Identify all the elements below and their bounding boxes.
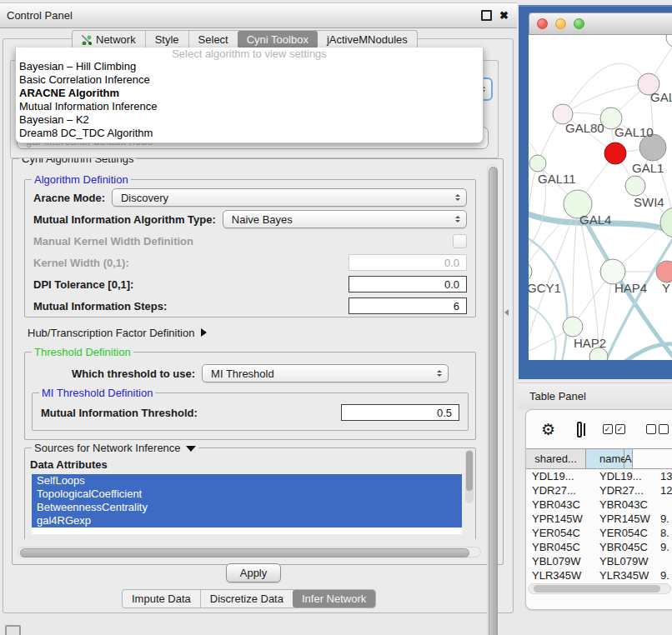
table-row[interactable]: YER054C YER054C 8. [526,526,672,540]
attribute-list-scrollbar[interactable] [465,450,474,503]
network-edge [529,233,567,360]
split-pane-collapse-icon[interactable] [504,309,509,316]
threshold-definition-group: Threshold Definition Which threshold to … [24,352,476,440]
hub-definition-expander[interactable]: Hub/Transcription Factor Definition [18,322,483,343]
tab[interactable]: Select [188,31,238,48]
attribute-list-item[interactable]: TopologicalCoefficient [32,488,462,501]
network-edge [529,135,546,253]
mi-threshold-field[interactable]: 0.5 [341,404,459,421]
deselect-all-checkboxes-icon[interactable] [646,424,669,434]
gear-icon[interactable]: ⚙ [541,422,555,438]
minimize-traffic-light-icon[interactable] [555,18,566,29]
column-header[interactable]: A [624,449,633,468]
network-canvas[interactable]: GALGAL80GAL10GAL1GAL11SWI4GAL4HAP4YGCY1H… [529,35,672,360]
which-threshold-label: Which threshold to use: [72,368,195,380]
settings-vertical-scrollbar[interactable] [487,164,498,635]
algorithm-definition-group: Algorithm Definition Aracne Mode: Discov… [24,179,476,318]
attribute-list-item[interactable]: SelfLoops [32,474,462,488]
data-attributes-label: Data Attributes [30,458,475,471]
settings-horizontal-scrollbar[interactable] [18,547,481,558]
attribute-list-item[interactable]: gal4RGexp [32,514,462,528]
network-node-label: GAL4 [579,212,611,227]
dropdown-item[interactable]: ARACNE Algorithm [16,87,483,100]
table-row[interactable]: YLR345W YLR345W 9. [526,568,672,582]
mi-steps-field[interactable]: 6 [349,298,467,314]
expand-arrow-icon [201,328,207,337]
tab[interactable]: Infer Network [293,590,375,608]
zoom-traffic-light-icon[interactable] [574,18,584,29]
network-node[interactable] [625,176,645,196]
network-node[interactable] [604,142,626,164]
collapse-arrow-icon [186,446,196,452]
network-node[interactable] [563,317,583,337]
mi-steps-label: Mutual Information Steps: [33,300,167,312]
table-horizontal-scrollbar[interactable] [528,583,671,594]
tab[interactable]: Style [145,31,188,48]
control-panel-title: Control Panel [7,9,73,22]
dpi-tolerance-field[interactable]: 0.0 [349,276,467,292]
sources-group-title[interactable]: Sources for Network Inference [32,442,198,454]
combobox-arrows-icon [455,194,466,201]
table-row[interactable]: YDR27... YDR27... 12 [526,483,672,498]
manual-kernel-checkbox[interactable] [453,234,467,248]
tab[interactable]: Cyni Toolbox [238,31,318,48]
network-node[interactable] [529,262,532,282]
tab[interactable]: jActiveMNodules [318,31,417,48]
dropdown-item[interactable]: Mutual Information Inference [16,100,483,113]
dropdown-item[interactable]: Bayesian – K2 [16,113,483,127]
tab[interactable]: Network [73,31,145,48]
cyni-bottom-tabs: Impute Data Discretize Data Infer Networ… [122,589,376,608]
mi-type-combobox[interactable]: Naive Bayes [223,210,467,228]
table-toolbar: ⚙ [526,410,672,448]
network-node[interactable] [529,155,546,172]
table-row[interactable]: YDL19... YDL19... 13 [526,469,672,483]
network-edge [529,302,556,360]
column-header[interactable]: name [586,449,624,468]
close-traffic-light-icon[interactable] [537,18,548,29]
network-node[interactable] [666,35,672,48]
network-node-label: GAL1 [632,161,664,175]
network-edge [619,344,672,360]
aracne-mode-combobox[interactable]: Discovery [112,188,467,207]
network-node-label: GAL80 [565,121,604,135]
dropdown-item[interactable]: Basic Correlation Inference [16,73,483,87]
data-attributes-list[interactable]: SelfLoops TopologicalCoefficient Between… [32,474,462,534]
column-header[interactable]: shared... [526,449,586,468]
algorithm-dropdown-list: Select algorithm to view settings Bayesi… [15,48,484,143]
minimized-panel-icon[interactable] [5,625,21,635]
network-window-titlebar[interactable] [529,12,672,35]
control-panel-titlebar: Control Panel ✖ [0,2,517,28]
combobox-arrows-icon [455,216,466,222]
table-row[interactable]: YPR145W YPR145W 9. [526,512,672,526]
split-panel-icon[interactable] [577,422,582,438]
control-panel-tabs: Network Style Select Cyni Toolbox jActiv… [72,30,418,48]
combobox-arrows-icon [437,370,448,377]
tab[interactable]: Impute Data [123,590,200,608]
apply-button[interactable]: Apply [226,563,281,582]
tab[interactable]: Discretize Data [200,590,293,608]
node-table-card: ⚙ shared... name A YDL19... YDL19... 13 … [525,409,672,610]
dropdown-item[interactable]: Dream8 DC_TDC Algorithm [16,127,483,140]
dropdown-items: Bayesian – Hill Climbing Basic Correlati… [16,60,483,140]
table-row[interactable]: YBR043C YBR043C [526,498,672,512]
close-icon[interactable]: ✖ [499,11,509,21]
dropdown-item[interactable]: Bayesian – Hill Climbing [16,60,483,73]
kernel-width-label: Kernel Width (0,1): [33,257,129,269]
threshold-combobox[interactable]: MI Threshold [202,364,449,382]
aracne-mode-label: Aracne Mode: [33,192,105,204]
select-all-checkboxes-icon[interactable] [603,424,625,434]
network-node[interactable] [660,208,672,238]
kernel-width-field[interactable]: 0.0 [349,254,467,271]
network-node-label: HAP2 [574,336,606,350]
table-row[interactable]: YBL079W YBL079W [526,554,672,568]
mi-threshold-label: Mutual Information Threshold: [41,407,198,419]
dropdown-placeholder: Select algorithm to view settings [16,48,483,60]
network-node-label: Y [662,281,670,295]
cyni-algorithm-settings-group: Cyni Algorithm Settings Algorithm Defini… [12,158,504,565]
network-node-label: SWI4 [634,195,664,209]
attribute-list-item[interactable]: BetweennessCentrality [32,501,462,514]
network-view-window: GALGAL80GAL10GAL1GAL11SWI4GAL4HAP4YGCY1H… [519,5,672,379]
network-node-label: HAP4 [614,281,647,295]
float-window-icon[interactable] [481,10,492,21]
table-row[interactable]: YBR045C YBR045C 9. [526,540,672,554]
